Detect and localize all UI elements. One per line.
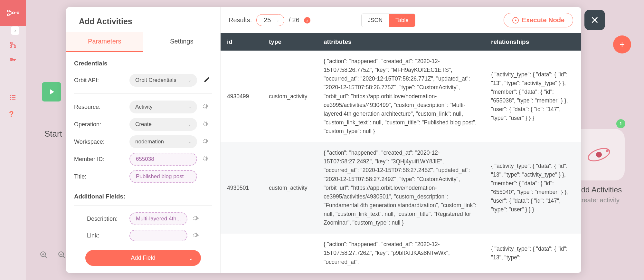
operation-value: Create — [135, 121, 152, 128]
link-input[interactable] — [129, 230, 187, 241]
canvas-start-label: Start — [44, 129, 62, 139]
cell-id: 4930501 — [221, 142, 262, 234]
tab-parameters[interactable]: Parameters — [66, 32, 143, 52]
zoom-controls — [38, 249, 68, 261]
node-editor-modal: Add Activities Parameters Settings Crede… — [66, 7, 581, 273]
resource-gear-icon[interactable] — [201, 102, 209, 111]
divider — [74, 205, 212, 206]
member-id-label: Member ID: — [74, 156, 126, 163]
key-icon[interactable] — [9, 56, 17, 64]
credentials-header: Credentials — [66, 52, 220, 72]
link-label: Link: — [87, 232, 126, 239]
resource-value: Activity — [135, 104, 153, 110]
view-toggle: JSON Table — [361, 14, 415, 27]
results-total: / 26 — [289, 16, 299, 24]
panel-tabs: Parameters Settings — [66, 32, 220, 52]
results-toolbar: Results: 25 ⌄ / 26 i JSON Table Execute … — [221, 7, 581, 33]
node-badge: 1 — [616, 119, 625, 128]
operation-select[interactable]: Create ⌄ — [129, 118, 197, 131]
workflow-icon[interactable] — [9, 41, 17, 49]
cell-attributes: { "action": "happened", "created_at": "2… — [317, 234, 485, 273]
description-label: Description: — [87, 216, 126, 222]
results-label: Results: — [229, 16, 252, 24]
close-modal-button[interactable] — [584, 10, 605, 30]
edit-credentials-icon[interactable] — [204, 76, 210, 84]
orbit-api-select[interactable]: Orbit Credentials ⌄ — [129, 74, 197, 87]
member-id-input[interactable]: 655038 — [129, 153, 197, 166]
cell-relationships: { "activity_type": { "data": { "id": "13… — [485, 234, 581, 273]
table-row: 4930501custom_activity{ "action": "happe… — [221, 142, 581, 234]
cell-attributes: { "action": "happened", "created_at": "2… — [317, 142, 485, 234]
svg-rect-6 — [14, 46, 16, 47]
results-table: id type attributes relationships 4930499… — [221, 33, 581, 273]
workspace-select[interactable]: nodemation ⌄ — [129, 135, 197, 148]
chevron-down-icon: ⌄ — [188, 122, 191, 127]
cell-relationships: { "activity_type": { "data": { "id": "13… — [485, 51, 581, 142]
add-node-button[interactable]: + — [613, 35, 631, 53]
orbit-icon — [586, 142, 612, 168]
workspace-value: nodemation — [135, 139, 164, 145]
app-logo — [0, 0, 26, 26]
sidebar-expand-button[interactable]: › — [11, 26, 19, 35]
resource-label: Resource: — [74, 104, 126, 111]
link-gear-icon[interactable] — [191, 231, 199, 240]
orbit-api-value: Orbit Credentials — [135, 77, 176, 83]
view-json-button[interactable]: JSON — [362, 14, 389, 27]
svg-rect-4 — [10, 42, 12, 44]
execute-node-button[interactable]: Execute Node — [504, 13, 573, 27]
list-icon[interactable] — [9, 93, 17, 101]
close-icon — [590, 15, 599, 24]
results-table-wrapper[interactable]: id type attributes relationships 4930499… — [221, 33, 581, 273]
info-icon[interactable]: i — [304, 17, 310, 24]
parameters-panel: Add Activities Parameters Settings Crede… — [66, 7, 221, 273]
svg-point-9 — [606, 150, 609, 152]
chevron-down-icon: ⌄ — [188, 255, 193, 262]
results-count-select[interactable]: 25 ⌄ — [256, 14, 284, 26]
view-table-button[interactable]: Table — [389, 14, 415, 27]
svg-rect-5 — [10, 46, 12, 47]
operation-label: Operation: — [74, 121, 126, 128]
panel-title: Add Activities — [66, 7, 220, 32]
description-gear-icon[interactable] — [191, 214, 199, 223]
operation-gear-icon[interactable] — [201, 120, 209, 129]
table-row: 4930499custom_activity{ "action": "happe… — [221, 51, 581, 142]
svg-point-0 — [7, 10, 9, 12]
chevron-down-icon: ⌄ — [188, 78, 191, 82]
play-icon — [512, 17, 519, 24]
divider — [74, 93, 212, 94]
svg-point-1 — [7, 14, 9, 16]
results-count-value: 25 — [264, 16, 271, 24]
cell-id — [221, 234, 262, 273]
chevron-down-icon: ⌄ — [276, 18, 279, 23]
results-panel: Results: 25 ⌄ / 26 i JSON Table Execute … — [221, 7, 581, 273]
table-row: { "action": "happened", "created_at": "2… — [221, 234, 581, 273]
svg-point-8 — [596, 152, 602, 158]
cell-type: custom_activity — [262, 51, 317, 142]
workspace-gear-icon[interactable] — [201, 137, 209, 146]
col-id: id — [221, 33, 262, 51]
execute-label: Execute Node — [522, 16, 564, 24]
description-input[interactable]: Multi-layered 4th... — [129, 212, 187, 225]
svg-point-3 — [17, 12, 19, 14]
cell-id: 4930499 — [221, 51, 262, 142]
canvas-start-node[interactable] — [42, 82, 61, 101]
help-icon[interactable]: ? — [9, 110, 17, 117]
member-id-gear-icon[interactable] — [201, 155, 209, 164]
chevron-down-icon: ⌄ — [188, 140, 191, 144]
additional-fields-header: Additional Fields: — [66, 185, 220, 205]
cell-type: custom_activity — [262, 142, 317, 234]
add-field-button[interactable]: Add Field ⌄ — [85, 250, 201, 266]
resource-select[interactable]: Activity ⌄ — [129, 101, 197, 113]
add-field-label: Add Field — [131, 255, 155, 261]
orbit-api-label: Orbit API: — [74, 77, 126, 84]
cell-type — [262, 234, 317, 273]
col-attributes: attributes — [317, 33, 485, 51]
col-relationships: relationships — [485, 33, 581, 51]
cell-attributes: { "action": "happened", "created_at": "2… — [317, 51, 485, 142]
title-input[interactable]: Published blog post — [129, 170, 197, 183]
svg-point-2 — [13, 12, 14, 14]
col-type: type — [262, 33, 317, 51]
workspace-label: Workspace: — [74, 139, 126, 145]
zoom-in-icon[interactable] — [38, 249, 50, 261]
tab-settings[interactable]: Settings — [143, 32, 221, 52]
